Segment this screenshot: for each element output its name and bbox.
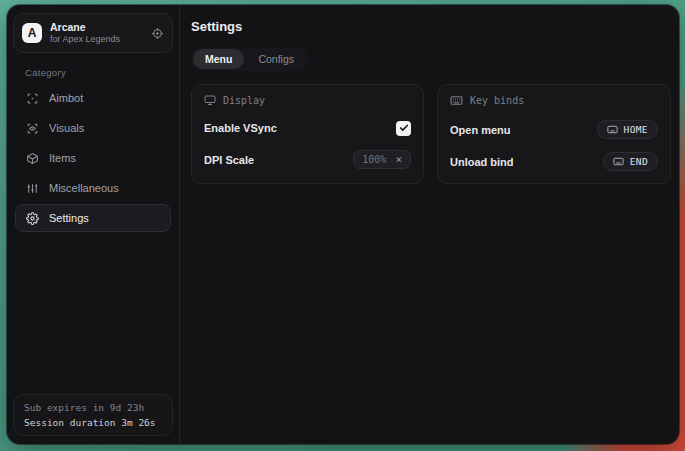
sidebar-item-aimbot[interactable]: Aimbot — [15, 84, 171, 112]
vsync-label: Enable VSync — [204, 122, 277, 134]
app-subtitle: for Apex Legends — [50, 34, 143, 44]
sidebar: A Arcane for Apex Legends Category — [7, 5, 180, 444]
unload-key: END — [630, 156, 648, 167]
page-title: Settings — [191, 19, 667, 34]
keyboard-icon — [613, 156, 624, 167]
crosshair-icon — [26, 92, 39, 105]
tab-menu[interactable]: Menu — [193, 49, 244, 69]
dpi-scale-label: DPI Scale — [204, 154, 254, 166]
app-window: A Arcane for Apex Legends Category — [7, 5, 679, 444]
sub-expires-text: Sub expires in 9d 23h — [24, 402, 162, 413]
display-card-header: Display — [204, 94, 411, 106]
monitor-icon — [204, 94, 216, 106]
dpi-scale-input[interactable]: 100% × — [353, 150, 411, 169]
sidebar-item-label: Aimbot — [49, 92, 83, 104]
tab-bar: Menu Configs — [191, 47, 308, 71]
logo-card: A Arcane for Apex Legends — [13, 13, 173, 53]
open-menu-row: Open menu HOME — [450, 120, 658, 139]
gear-icon — [26, 212, 39, 225]
open-menu-keybind-button[interactable]: HOME — [597, 120, 658, 139]
display-card-title: Display — [223, 95, 265, 106]
keybinds-card-title: Key binds — [470, 95, 524, 106]
sidebar-item-label: Settings — [49, 212, 89, 224]
sidebar-item-label: Items — [49, 152, 76, 164]
sidebar-item-label: Visuals — [49, 122, 84, 134]
settings-cards: Display Enable VSync DPI Scale 100% × — [191, 84, 667, 184]
vsync-row: Enable VSync — [204, 119, 411, 137]
keyboard-icon — [607, 124, 618, 135]
app-logo: A — [22, 23, 42, 43]
sidebar-item-visuals[interactable]: Visuals — [15, 114, 171, 142]
keybinds-card: Key binds Open menu HOME Unload bin — [437, 84, 671, 184]
tab-configs[interactable]: Configs — [246, 49, 306, 69]
session-duration-text: Session duration 3m 26s — [24, 417, 162, 428]
sidebar-spacer — [7, 232, 179, 394]
dpi-scale-value[interactable]: 100% — [362, 154, 386, 165]
scan-eye-icon — [26, 122, 39, 135]
sidebar-item-label: Miscellaneous — [49, 182, 119, 194]
app-name: Arcane — [50, 21, 143, 33]
keybinds-card-header: Key binds — [450, 94, 658, 107]
app-title-block: Arcane for Apex Legends — [50, 21, 143, 44]
open-menu-key: HOME — [624, 124, 648, 135]
subscription-info-card: Sub expires in 9d 23h Session duration 3… — [13, 394, 173, 436]
vsync-checkbox[interactable] — [396, 121, 411, 136]
unload-bind-row: Unload bind END — [450, 152, 658, 171]
clear-icon[interactable]: × — [395, 154, 402, 165]
open-menu-label: Open menu — [450, 124, 511, 136]
sidebar-item-miscellaneous[interactable]: Miscellaneous — [15, 174, 171, 202]
unload-bind-label: Unload bind — [450, 156, 514, 168]
unload-keybind-button[interactable]: END — [603, 152, 658, 171]
target-icon[interactable] — [151, 27, 164, 40]
dpi-scale-row: DPI Scale 100% × — [204, 150, 411, 169]
keyboard-icon — [450, 94, 463, 107]
display-card: Display Enable VSync DPI Scale 100% × — [191, 84, 424, 184]
category-label: Category — [25, 67, 179, 78]
sidebar-item-items[interactable]: Items — [15, 144, 171, 172]
box-icon — [26, 152, 39, 165]
sidebar-nav: Aimbot Visuals Items — [7, 84, 179, 232]
main-content: Settings Menu Configs Display Enable VSy… — [180, 5, 679, 444]
sidebar-item-settings[interactable]: Settings — [15, 204, 171, 232]
sliders-icon — [26, 182, 39, 195]
